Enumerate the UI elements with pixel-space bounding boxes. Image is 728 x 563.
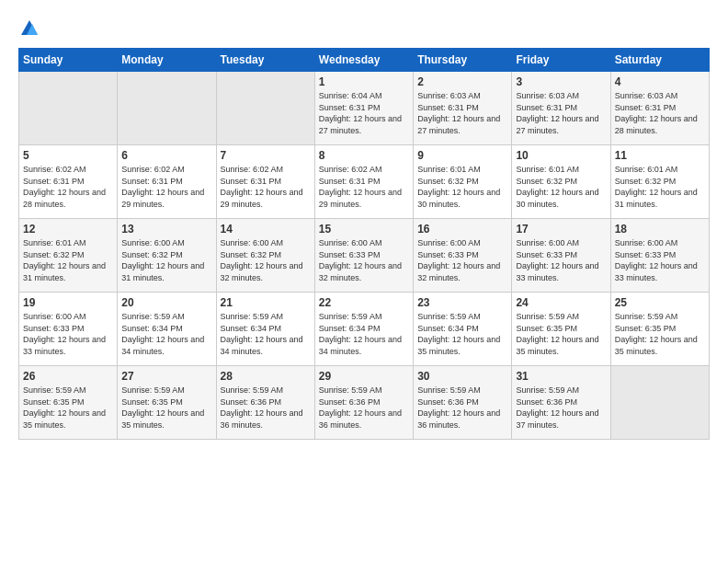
day-number: 17 <box>516 223 606 236</box>
day-info: Sunrise: 6:00 AM Sunset: 6:33 PM Dayligh… <box>615 237 705 283</box>
weekday-header-thursday: Thursday <box>414 49 512 72</box>
calendar-week-row: 12 Sunrise: 6:01 AM Sunset: 6:32 PM Dayl… <box>19 219 710 293</box>
sunrise: Sunrise: 5:59 AM <box>221 312 284 321</box>
logo <box>18 18 40 39</box>
day-info: Sunrise: 5:59 AM Sunset: 6:34 PM Dayligh… <box>319 311 409 357</box>
daylight: Daylight: 12 hours and 37 minutes. <box>516 408 598 430</box>
daylight: Daylight: 12 hours and 36 minutes. <box>319 408 402 430</box>
calendar-cell: 6 Sunrise: 6:02 AM Sunset: 6:31 PM Dayli… <box>118 145 216 219</box>
day-info: Sunrise: 5:59 AM Sunset: 6:34 PM Dayligh… <box>417 311 507 357</box>
calendar-cell: 9 Sunrise: 6:01 AM Sunset: 6:32 PM Dayli… <box>414 145 512 219</box>
sunrise: Sunrise: 6:02 AM <box>23 165 86 174</box>
daylight: Daylight: 12 hours and 33 minutes. <box>615 261 698 282</box>
sunset: Sunset: 6:33 PM <box>417 250 479 259</box>
daylight: Daylight: 12 hours and 36 minutes. <box>221 408 303 430</box>
weekday-header-friday: Friday <box>512 49 610 72</box>
sunset: Sunset: 6:36 PM <box>417 397 479 407</box>
day-number: 11 <box>615 149 705 162</box>
calendar-table: SundayMondayTuesdayWednesdayThursdayFrid… <box>18 48 710 440</box>
calendar-cell: 17 Sunrise: 6:00 AM Sunset: 6:33 PM Dayl… <box>512 219 610 293</box>
day-number: 10 <box>516 149 606 162</box>
daylight: Daylight: 12 hours and 32 minutes. <box>319 261 402 282</box>
sunrise: Sunrise: 6:01 AM <box>615 165 678 174</box>
day-number: 15 <box>319 223 409 236</box>
calendar-cell: 26 Sunrise: 5:59 AM Sunset: 6:35 PM Dayl… <box>19 366 118 440</box>
day-number: 16 <box>417 223 507 236</box>
sunrise: Sunrise: 6:00 AM <box>516 238 579 247</box>
page-header <box>18 18 710 39</box>
sunrise: Sunrise: 6:03 AM <box>417 91 481 100</box>
weekday-header-wednesday: Wednesday <box>314 49 413 72</box>
logo-icon <box>19 18 40 39</box>
day-number: 18 <box>615 223 705 236</box>
calendar-cell: 11 Sunrise: 6:01 AM Sunset: 6:32 PM Dayl… <box>610 145 709 219</box>
daylight: Daylight: 12 hours and 34 minutes. <box>221 335 303 356</box>
day-info: Sunrise: 6:01 AM Sunset: 6:32 PM Dayligh… <box>23 237 113 283</box>
sunset: Sunset: 6:33 PM <box>615 250 677 259</box>
day-number: 30 <box>417 370 507 383</box>
daylight: Daylight: 12 hours and 31 minutes. <box>121 261 204 282</box>
day-number: 31 <box>516 370 606 383</box>
calendar-cell: 13 Sunrise: 6:00 AM Sunset: 6:32 PM Dayl… <box>118 219 216 293</box>
day-number: 2 <box>417 75 507 88</box>
calendar-cell <box>19 72 118 145</box>
daylight: Daylight: 12 hours and 36 minutes. <box>417 408 500 430</box>
sunrise: Sunrise: 5:59 AM <box>615 312 678 321</box>
sunset: Sunset: 6:32 PM <box>516 177 577 186</box>
calendar-cell: 24 Sunrise: 5:59 AM Sunset: 6:35 PM Dayl… <box>512 293 610 366</box>
sunset: Sunset: 6:33 PM <box>516 250 577 259</box>
calendar-cell: 4 Sunrise: 6:03 AM Sunset: 6:31 PM Dayli… <box>610 72 709 145</box>
calendar-cell: 25 Sunrise: 5:59 AM Sunset: 6:35 PM Dayl… <box>610 293 709 366</box>
day-number: 8 <box>319 149 409 162</box>
sunrise: Sunrise: 5:59 AM <box>221 385 284 395</box>
day-number: 21 <box>221 296 311 309</box>
calendar-cell: 5 Sunrise: 6:02 AM Sunset: 6:31 PM Dayli… <box>19 145 118 219</box>
calendar-week-row: 19 Sunrise: 6:00 AM Sunset: 6:33 PM Dayl… <box>19 293 710 366</box>
day-number: 1 <box>319 75 409 88</box>
day-number: 22 <box>319 296 409 309</box>
day-number: 7 <box>221 149 311 162</box>
day-info: Sunrise: 5:59 AM Sunset: 6:35 PM Dayligh… <box>23 385 113 431</box>
sunset: Sunset: 6:34 PM <box>221 324 282 333</box>
sunset: Sunset: 6:34 PM <box>121 324 183 333</box>
sunset: Sunset: 6:31 PM <box>615 103 677 112</box>
sunrise: Sunrise: 6:02 AM <box>221 165 284 174</box>
sunrise: Sunrise: 5:59 AM <box>121 312 185 321</box>
day-number: 6 <box>121 149 211 162</box>
sunset: Sunset: 6:34 PM <box>417 324 479 333</box>
day-info: Sunrise: 5:59 AM Sunset: 6:34 PM Dayligh… <box>121 311 211 357</box>
sunset: Sunset: 6:31 PM <box>221 177 282 186</box>
sunset: Sunset: 6:35 PM <box>121 397 183 407</box>
daylight: Daylight: 12 hours and 28 minutes. <box>23 188 106 209</box>
calendar-cell: 21 Sunrise: 5:59 AM Sunset: 6:34 PM Dayl… <box>216 293 314 366</box>
day-number: 20 <box>121 296 211 309</box>
calendar-cell: 16 Sunrise: 6:00 AM Sunset: 6:33 PM Dayl… <box>414 219 512 293</box>
day-info: Sunrise: 6:00 AM Sunset: 6:33 PM Dayligh… <box>516 237 606 283</box>
daylight: Daylight: 12 hours and 35 minutes. <box>23 408 106 430</box>
daylight: Daylight: 12 hours and 31 minutes. <box>615 188 698 209</box>
day-number: 19 <box>23 296 113 309</box>
day-info: Sunrise: 5:59 AM Sunset: 6:35 PM Dayligh… <box>516 311 606 357</box>
calendar-week-row: 26 Sunrise: 5:59 AM Sunset: 6:35 PM Dayl… <box>19 366 710 440</box>
sunrise: Sunrise: 6:01 AM <box>23 238 86 247</box>
sunrise: Sunrise: 6:00 AM <box>221 238 284 247</box>
calendar-cell: 28 Sunrise: 5:59 AM Sunset: 6:36 PM Dayl… <box>216 366 314 440</box>
sunrise: Sunrise: 5:59 AM <box>516 385 579 395</box>
calendar-week-row: 5 Sunrise: 6:02 AM Sunset: 6:31 PM Dayli… <box>19 145 710 219</box>
day-info: Sunrise: 6:00 AM Sunset: 6:33 PM Dayligh… <box>319 237 409 283</box>
daylight: Daylight: 12 hours and 27 minutes. <box>417 114 500 135</box>
day-number: 24 <box>516 296 606 309</box>
daylight: Daylight: 12 hours and 29 minutes. <box>121 188 204 209</box>
calendar-cell: 14 Sunrise: 6:00 AM Sunset: 6:32 PM Dayl… <box>216 219 314 293</box>
daylight: Daylight: 12 hours and 31 minutes. <box>23 261 106 282</box>
calendar-cell: 30 Sunrise: 5:59 AM Sunset: 6:36 PM Dayl… <box>414 366 512 440</box>
sunrise: Sunrise: 6:03 AM <box>516 91 579 100</box>
sunrise: Sunrise: 5:59 AM <box>23 385 86 395</box>
daylight: Daylight: 12 hours and 33 minutes. <box>516 261 598 282</box>
daylight: Daylight: 12 hours and 34 minutes. <box>121 335 204 356</box>
daylight: Daylight: 12 hours and 35 minutes. <box>417 335 500 356</box>
sunrise: Sunrise: 6:02 AM <box>319 165 382 174</box>
daylight: Daylight: 12 hours and 30 minutes. <box>516 188 598 209</box>
calendar-cell: 31 Sunrise: 5:59 AM Sunset: 6:36 PM Dayl… <box>512 366 610 440</box>
sunrise: Sunrise: 5:59 AM <box>319 385 382 395</box>
